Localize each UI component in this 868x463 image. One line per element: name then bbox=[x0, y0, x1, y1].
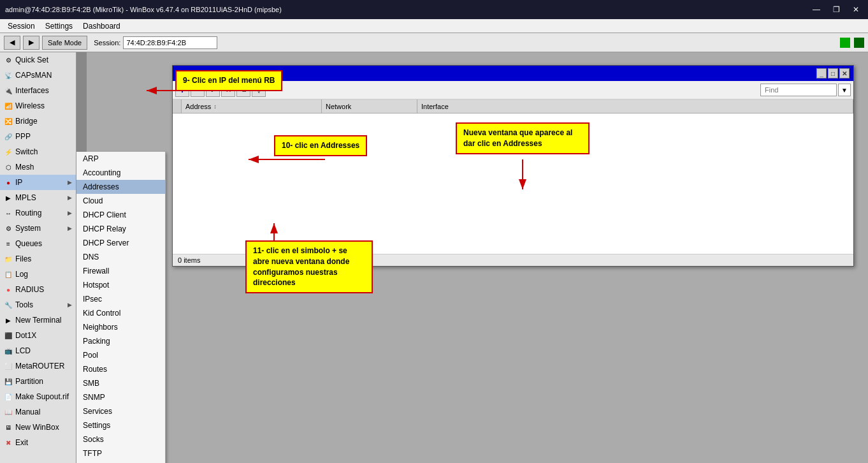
minimize-button[interactable]: — bbox=[809, 4, 824, 15]
al-close-button[interactable]: ✕ bbox=[839, 68, 850, 78]
ip-submenu: ARP Accounting Addresses Cloud DHCP Clie… bbox=[76, 152, 166, 463]
submenu-snmp[interactable]: SNMP bbox=[76, 390, 165, 404]
exit-icon: ✖ bbox=[4, 438, 13, 447]
submenu-hotspot[interactable]: Hotspot bbox=[76, 278, 165, 292]
submenu-dhcp-client[interactable]: DHCP Client bbox=[76, 208, 165, 222]
annotation-box-3: Nueva ventana que aparece al dar clic en… bbox=[456, 122, 590, 154]
submenu-accounting[interactable]: Accounting bbox=[76, 166, 165, 180]
annotation-box-4: 11- clic en el simbolo + se abre nueva v… bbox=[245, 240, 373, 293]
menu-dashboard[interactable]: Dashboard bbox=[78, 20, 126, 32]
submenu-packing[interactable]: Packing bbox=[76, 334, 165, 348]
menu-session[interactable]: Session bbox=[3, 20, 40, 32]
al-col-network[interactable]: Network bbox=[322, 99, 417, 113]
submenu-firewall[interactable]: Firewall bbox=[76, 264, 165, 278]
close-button[interactable]: ✕ bbox=[849, 4, 863, 15]
ppp-icon: 🔗 bbox=[4, 132, 13, 141]
submenu-cloud[interactable]: Cloud bbox=[76, 194, 165, 208]
al-find-dropdown[interactable]: ▼ bbox=[838, 84, 851, 96]
session-input[interactable] bbox=[123, 36, 217, 49]
submenu-smb[interactable]: SMB bbox=[76, 376, 165, 390]
sidebar-label-dot1x: Dot1X bbox=[15, 331, 36, 340]
sidebar-item-exit[interactable]: ✖ Exit bbox=[0, 435, 76, 450]
window-controls: — ❐ ✕ bbox=[809, 4, 863, 15]
menu-bar: Session Settings Dashboard bbox=[0, 19, 868, 33]
sidebar-item-switch[interactable]: ⚡ Switch bbox=[0, 144, 76, 159]
address-list-window: Address List _ □ ✕ + − ✓ ✕ ⧉ ▽ ▼ bbox=[172, 65, 854, 267]
sidebar-label-switch: Switch bbox=[15, 147, 38, 156]
back-button[interactable]: ◀ bbox=[4, 36, 20, 50]
submenu-dns[interactable]: DNS bbox=[76, 250, 165, 264]
sidebar-label-metarouter: MetaROUTER bbox=[15, 362, 64, 371]
sidebar-item-new-winbox[interactable]: 🖥 New WinBox bbox=[0, 420, 76, 435]
sidebar-item-capsman[interactable]: 📡 CAPsMAN bbox=[0, 68, 76, 83]
system-icon: ⚙ bbox=[4, 224, 13, 233]
wireless-icon: 📶 bbox=[4, 101, 13, 110]
sidebar-label-new-winbox: New WinBox bbox=[15, 423, 59, 432]
sidebar-item-mesh[interactable]: ⬡ Mesh bbox=[0, 159, 76, 175]
ip-arrow-icon: ▶ bbox=[68, 179, 72, 186]
sidebar-item-radius[interactable]: ● RADIUS bbox=[0, 282, 76, 297]
sidebar-label-bridge: Bridge bbox=[15, 117, 38, 126]
al-col-address[interactable]: Address ↕ bbox=[182, 99, 322, 113]
sidebar-item-interfaces[interactable]: 🔌 Interfaces bbox=[0, 83, 76, 98]
submenu-tftp[interactable]: TFTP bbox=[76, 446, 165, 460]
safe-mode-button[interactable]: Safe Mode bbox=[42, 36, 87, 50]
sidebar-item-new-terminal[interactable]: ▶ New Terminal bbox=[0, 312, 76, 328]
sidebar-item-manual[interactable]: 📖 Manual bbox=[0, 404, 76, 420]
sidebar-item-make-supout[interactable]: 📄 Make Supout.rif bbox=[0, 389, 76, 404]
sidebar-label-make-supout: Make Supout.rif bbox=[15, 392, 69, 401]
al-maximize-button[interactable]: □ bbox=[828, 68, 838, 78]
sidebar-item-mpls[interactable]: ▶ MPLS ▶ bbox=[0, 190, 76, 205]
al-find-input[interactable] bbox=[760, 84, 837, 96]
submenu-traffic-flow[interactable]: Traffic Flow bbox=[76, 460, 165, 463]
sidebar-item-wireless[interactable]: 📶 Wireless bbox=[0, 98, 76, 114]
sidebar-item-ip[interactable]: ● IP ▶ bbox=[0, 175, 76, 190]
submenu-addresses[interactable]: Addresses bbox=[76, 180, 165, 194]
toolbar: ◀ ▶ Safe Mode Session: bbox=[0, 33, 868, 52]
routing-icon: ↔ bbox=[4, 209, 13, 217]
queues-icon: ≡ bbox=[4, 239, 13, 248]
submenu-dhcp-server[interactable]: DHCP Server bbox=[76, 236, 165, 250]
submenu-dhcp-relay[interactable]: DHCP Relay bbox=[76, 222, 165, 236]
sidebar-item-dot1x[interactable]: ⬛ Dot1X bbox=[0, 328, 76, 343]
submenu-settings[interactable]: Settings bbox=[76, 418, 165, 432]
sidebar-item-lcd[interactable]: 📺 LCD bbox=[0, 343, 76, 358]
submenu-kid-control[interactable]: Kid Control bbox=[76, 306, 165, 320]
submenu-arp[interactable]: ARP bbox=[76, 152, 165, 166]
submenu-pool[interactable]: Pool bbox=[76, 348, 165, 362]
annotation-box-1: 9- Clic en IP del menú RB bbox=[175, 70, 282, 91]
sidebar-item-quick-set[interactable]: ⚙ Quick Set bbox=[0, 52, 76, 68]
al-minimize-button[interactable]: _ bbox=[816, 68, 827, 78]
sidebar-label-lcd: LCD bbox=[15, 346, 31, 355]
sidebar-item-files[interactable]: 📁 Files bbox=[0, 251, 76, 267]
forward-button[interactable]: ▶ bbox=[23, 36, 40, 50]
submenu-services[interactable]: Services bbox=[76, 404, 165, 418]
sidebar-item-ppp[interactable]: 🔗 PPP bbox=[0, 129, 76, 144]
submenu-socks[interactable]: Socks bbox=[76, 432, 165, 446]
sidebar-label-ppp: PPP bbox=[15, 132, 31, 141]
sidebar-label-ip: IP bbox=[15, 178, 22, 187]
sidebar-item-bridge[interactable]: 🔀 Bridge bbox=[0, 114, 76, 129]
sidebar-item-log[interactable]: 📋 Log bbox=[0, 267, 76, 282]
submenu-routes[interactable]: Routes bbox=[76, 362, 165, 376]
window-title: admin@74:4D:28:B9:F4:2B (MikroTik) - Win… bbox=[5, 6, 809, 13]
system-arrow-icon: ▶ bbox=[68, 225, 72, 231]
maximize-button[interactable]: ❐ bbox=[829, 4, 844, 15]
sidebar-label-files: Files bbox=[15, 254, 31, 263]
bridge-icon: 🔀 bbox=[4, 117, 13, 126]
sidebar-item-tools[interactable]: 🔧 Tools ▶ bbox=[0, 297, 76, 312]
al-col-interface[interactable]: Interface bbox=[417, 99, 853, 113]
sidebar-item-system[interactable]: ⚙ System ▶ bbox=[0, 221, 76, 236]
partition-icon: 💾 bbox=[4, 377, 13, 386]
sidebar-item-partition[interactable]: 💾 Partition bbox=[0, 374, 76, 389]
submenu-neighbors[interactable]: Neighbors bbox=[76, 320, 165, 334]
submenu-ipsec[interactable]: IPsec bbox=[76, 292, 165, 306]
al-sort-address-icon: ↕ bbox=[213, 103, 217, 110]
new-terminal-icon: ▶ bbox=[4, 316, 13, 325]
menu-settings[interactable]: Settings bbox=[40, 20, 78, 32]
sidebar-item-routing[interactable]: ↔ Routing ▶ bbox=[0, 205, 76, 221]
files-icon: 📁 bbox=[4, 254, 13, 263]
log-icon: 📋 bbox=[4, 270, 13, 279]
sidebar-item-metarouter[interactable]: ⬜ MetaROUTER bbox=[0, 358, 76, 374]
sidebar-item-queues[interactable]: ≡ Queues bbox=[0, 236, 76, 251]
